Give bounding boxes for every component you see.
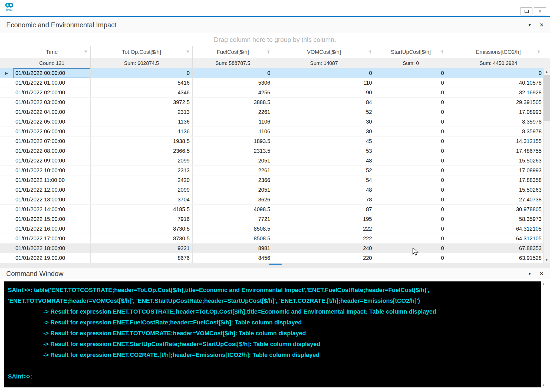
value-cell[interactable]: 1893.5 [193, 137, 273, 146]
scroll-up-icon[interactable]: ▲ [542, 282, 545, 285]
value-cell[interactable]: 1136 [91, 117, 193, 127]
value-cell[interactable]: 2420 [91, 175, 193, 185]
table-row[interactable]: 01/01/2022 02:00:004346425690032.16928 [0, 88, 550, 98]
table-row[interactable]: 01/01/2022 15:00:0079167721195058.35973 [0, 214, 550, 224]
time-cell[interactable]: 01/01/2022 12:00:00 [13, 185, 91, 195]
row-indicator[interactable] [0, 253, 13, 263]
time-cell[interactable]: 01/01/2022 00:00:00 [13, 68, 91, 78]
time-cell[interactable]: 01/01/2022 06:00:00 [13, 127, 91, 136]
table-row[interactable]: 01/01/2022 04:00:002313226152017.08993 [0, 107, 550, 117]
value-cell[interactable]: 0 [375, 214, 447, 224]
table-row[interactable]: 01/01/2022 11:00:002420236654017.88358 [0, 175, 550, 185]
panel-close-icon[interactable]: ✕ [539, 22, 544, 28]
row-indicator[interactable] [0, 244, 13, 253]
table-row[interactable]: 01/01/2022 13:00:003704362678027.40738 [0, 195, 550, 205]
table-row[interactable]: 01/01/2022 08:00:002366.52313.553017.486… [0, 146, 550, 156]
value-cell[interactable]: 2051 [193, 156, 273, 165]
value-cell[interactable]: 3704 [91, 195, 193, 204]
value-cell[interactable]: 0 [375, 88, 447, 97]
value-cell[interactable]: 0 [375, 224, 447, 234]
time-cell[interactable]: 01/01/2022 19:00:00 [13, 253, 91, 263]
scroll-up-icon[interactable]: ▲ [544, 68, 550, 75]
row-indicator[interactable] [0, 224, 13, 234]
value-cell[interactable]: 3972.5 [91, 98, 193, 107]
value-cell[interactable]: 0 [273, 68, 375, 78]
value-cell[interactable]: 2366 [193, 175, 273, 185]
time-cell[interactable]: 01/01/2022 16:00:00 [13, 224, 91, 234]
panel-close-icon[interactable]: ✕ [539, 271, 544, 277]
value-cell[interactable]: 1106 [193, 127, 273, 136]
value-cell[interactable]: 2366.5 [91, 146, 193, 156]
time-cell[interactable]: 01/01/2022 17:00:00 [13, 234, 91, 243]
row-indicator[interactable] [0, 146, 13, 156]
row-indicator[interactable] [0, 234, 13, 243]
value-cell[interactable]: 63.91528 [447, 253, 550, 263]
vertical-scrollbar[interactable]: ▲ ▼ [543, 68, 550, 263]
table-row[interactable]: 01/01/2022 12:00:002099205148015.50263 [0, 185, 550, 195]
row-indicator[interactable] [0, 127, 13, 136]
value-cell[interactable]: 5306 [193, 78, 273, 88]
time-cell[interactable]: 01/01/2022 18:00:00 [13, 244, 91, 253]
value-cell[interactable]: 27.40738 [447, 195, 550, 204]
table-row[interactable]: 01/01/2022 14:00:004185.54098.587030.978… [0, 205, 550, 214]
value-cell[interactable]: 240 [273, 244, 375, 253]
row-indicator[interactable]: ▶ [0, 68, 13, 78]
value-cell[interactable]: 2313.5 [193, 146, 273, 156]
value-cell[interactable]: 0 [375, 156, 447, 165]
value-cell[interactable]: 0 [375, 117, 447, 127]
filter-icon[interactable] [440, 51, 444, 54]
value-cell[interactable]: 0 [91, 68, 193, 78]
value-cell[interactable]: 67.88353 [447, 244, 550, 253]
value-cell[interactable]: 17.08993 [447, 166, 550, 175]
value-cell[interactable]: 54 [273, 175, 375, 185]
value-cell[interactable]: 8730.5 [91, 224, 193, 234]
value-cell[interactable]: 7721 [193, 214, 273, 224]
time-cell[interactable]: 01/01/2022 15:00:00 [13, 214, 91, 224]
time-cell[interactable]: 01/01/2022 09:00:00 [13, 156, 91, 165]
value-cell[interactable]: 8456 [193, 253, 273, 263]
scroll-down-icon[interactable]: ▼ [542, 384, 545, 387]
row-indicator[interactable] [0, 185, 13, 195]
value-cell[interactable]: 48 [273, 156, 375, 165]
value-cell[interactable]: 8676 [91, 253, 193, 263]
value-cell[interactable]: 30 [273, 127, 375, 136]
row-indicator[interactable] [0, 156, 13, 165]
row-indicator[interactable] [0, 195, 13, 204]
row-indicator[interactable] [0, 98, 13, 107]
value-cell[interactable]: 8730.5 [91, 234, 193, 243]
value-cell[interactable]: 1106 [193, 117, 273, 127]
value-cell[interactable]: 0 [375, 185, 447, 195]
table-row[interactable]: 01/01/2022 17:00:008730.58508.5222064.31… [0, 234, 550, 244]
value-cell[interactable]: 0 [375, 127, 447, 136]
value-cell[interactable]: 29.391505 [447, 98, 550, 107]
filter-icon[interactable] [84, 51, 88, 54]
value-cell[interactable]: 52 [273, 107, 375, 117]
table-row[interactable]: 01/01/2022 10:00:002313226152017.08993 [0, 166, 550, 175]
filter-icon[interactable] [368, 51, 372, 54]
time-cell[interactable]: 01/01/2022 05:00:00 [13, 117, 91, 127]
value-cell[interactable]: 7916 [91, 214, 193, 224]
value-cell[interactable]: 0 [375, 78, 447, 88]
table-row[interactable]: 01/01/2022 03:00:003972.53888.584029.391… [0, 98, 550, 107]
time-cell[interactable]: 01/01/2022 14:00:00 [13, 205, 91, 214]
value-cell[interactable]: 58.35973 [447, 214, 550, 224]
value-cell[interactable]: 17.486755 [447, 146, 550, 156]
value-cell[interactable]: 53 [273, 146, 375, 156]
filter-icon[interactable] [537, 51, 541, 54]
value-cell[interactable]: 2099 [91, 156, 193, 165]
row-indicator[interactable] [0, 107, 13, 117]
time-cell[interactable]: 01/01/2022 03:00:00 [13, 98, 91, 107]
row-indicator[interactable] [0, 175, 13, 185]
value-cell[interactable]: 1136 [91, 127, 193, 136]
value-cell[interactable]: 90 [273, 88, 375, 97]
value-cell[interactable]: 0 [193, 68, 273, 78]
row-indicator[interactable] [0, 117, 13, 127]
value-cell[interactable]: 4185.5 [91, 205, 193, 214]
value-cell[interactable]: 8508.5 [193, 224, 273, 234]
value-cell[interactable]: 0 [375, 253, 447, 263]
value-cell[interactable]: 2099 [91, 185, 193, 195]
panel-splitter[interactable] [0, 263, 550, 268]
value-cell[interactable]: 0 [375, 195, 447, 204]
value-cell[interactable]: 0 [375, 175, 447, 185]
row-indicator[interactable] [0, 88, 13, 97]
